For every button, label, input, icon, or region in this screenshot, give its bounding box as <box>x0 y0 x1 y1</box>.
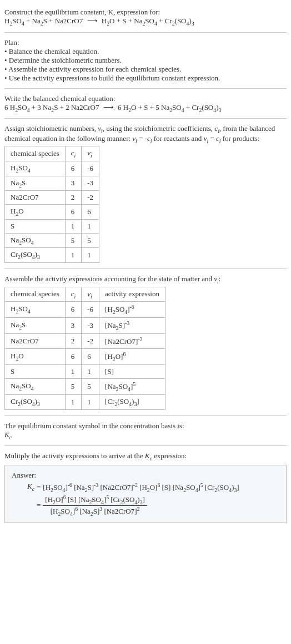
cell: 6 <box>65 205 82 220</box>
cell: -3 <box>82 176 99 191</box>
col-activity: activity expression <box>99 287 165 302</box>
cell: Na2S <box>5 318 66 334</box>
cell: 6 <box>65 161 82 176</box>
col-species: chemical species <box>5 287 66 302</box>
cell: 6 <box>65 302 82 318</box>
symbol-kc: Kc <box>4 430 287 440</box>
kc-flat-expression: [H2SO4]-6 [Na2S]-3 [Na2CrO7]-2 [H2O]6 [S… <box>43 482 239 493</box>
stoich-table: chemical species ci νi H2SO46-6 Na2S3-3 … <box>4 146 99 263</box>
cell: 3 <box>65 176 82 191</box>
kc-numerator: [H2O]6 [S] [Na2SO4]5 [Cr2(SO4)3] <box>43 494 147 506</box>
cell: [H2O]6 <box>99 349 165 365</box>
activity-section: Assemble the activity expressions accoun… <box>4 271 287 413</box>
divider <box>4 118 287 119</box>
cell: H2SO4 <box>5 302 66 318</box>
table-row: S11 <box>5 219 99 233</box>
cell: S <box>5 219 66 233</box>
multiply-text: Mulitply the activity expressions to arr… <box>4 452 287 462</box>
plan-item-text: Use the activity expressions to build th… <box>9 74 220 82</box>
cell: 5 <box>82 233 99 248</box>
cell: H2SO4 <box>5 161 66 176</box>
plan-item: • Use the activity expressions to build … <box>4 74 287 83</box>
cell: -2 <box>82 333 99 348</box>
cell: 2 <box>65 333 82 348</box>
symbol-line1: The equilibrium constant symbol in the c… <box>4 422 287 430</box>
divider <box>4 32 287 33</box>
balanced-equation: 6 H2SO4 + 3 Na2S + 2 Na2CrO7 ⟶ 6 H2O + S… <box>4 103 287 113</box>
table-row: H2SO46-6 <box>5 161 99 176</box>
table-row: Na2SO455 <box>5 233 99 248</box>
eqn-rhs: H2O + S + Na2SO4 + Cr2(SO4)3 <box>102 17 194 25</box>
cell: 1 <box>65 365 82 379</box>
cell: 1 <box>82 219 99 233</box>
cell: 1 <box>82 395 99 410</box>
cell: 3 <box>65 318 82 334</box>
plan-item: • Determine the stoichiometric numbers. <box>4 56 287 65</box>
cell: [Na2SO4]5 <box>99 379 165 395</box>
stoich-text: Assign stoichiometric numbers, νi, using… <box>4 124 287 144</box>
cell: Na2CrO7 <box>5 191 66 205</box>
cell: Na2S <box>5 176 66 191</box>
cell: -3 <box>82 318 99 334</box>
cell: 6 <box>82 205 99 220</box>
cell: 6 <box>82 349 99 365</box>
stoich-section: Assign stoichiometric numbers, νi, using… <box>4 121 287 266</box>
cell: Cr2(SO4)3 <box>5 395 66 410</box>
equals-sign: = <box>37 483 41 492</box>
intro-section: Construct the equilibrium constant, K, e… <box>4 4 287 30</box>
col-species: chemical species <box>5 146 66 161</box>
table-row: Na2S3-3[Na2S]-3 <box>5 318 165 334</box>
plan-item-text: Determine the stoichiometric numbers. <box>9 56 122 64</box>
divider <box>4 445 287 446</box>
table-row: H2O66[H2O]6 <box>5 349 165 365</box>
multiply-section: Mulitply the activity expressions to arr… <box>4 448 287 526</box>
cell: Cr2(SO4)3 <box>5 248 66 263</box>
table-header-row: chemical species ci νi activity expressi… <box>5 287 165 302</box>
intro-equation: H2SO4 + Na2S + Na2CrO7 ⟶ H2O + S + Na2SO… <box>4 17 287 27</box>
plan-heading: Plan: <box>4 38 287 47</box>
cell: 5 <box>65 233 82 248</box>
plan-item: • Assemble the activity expression for e… <box>4 65 287 74</box>
cell: 1 <box>65 248 82 263</box>
plan-section: Plan: • Balance the chemical equation. •… <box>4 35 287 86</box>
col-ci: ci <box>65 287 82 302</box>
symbol-section: The equilibrium constant symbol in the c… <box>4 418 287 444</box>
balanced-heading: Write the balanced chemical equation: <box>4 94 287 103</box>
cell: 1 <box>82 248 99 263</box>
balanced-rhs: 6 H2O + S + 5 Na2SO4 + Cr2(SO4)3 <box>118 103 221 111</box>
intro-line: Construct the equilibrium constant, K, e… <box>4 8 287 17</box>
cell: 1 <box>65 219 82 233</box>
cell: -6 <box>82 302 99 318</box>
table-row: Cr2(SO4)311 <box>5 248 99 263</box>
equals-sign: = <box>37 501 41 510</box>
table-header-row: chemical species ci νi <box>5 146 99 161</box>
cell: [Na2CrO7]-2 <box>99 333 165 348</box>
activity-text: Assemble the activity expressions accoun… <box>4 275 287 285</box>
balanced-lhs: 6 H2SO4 + 3 Na2S + 2 Na2CrO7 <box>4 103 99 111</box>
arrow-icon: ⟶ <box>101 103 116 111</box>
cell: Na2SO4 <box>5 379 66 395</box>
cell: H2O <box>5 349 66 365</box>
cell: Na2SO4 <box>5 233 66 248</box>
plan-item-text: Balance the chemical equation. <box>9 47 99 55</box>
cell: [S] <box>99 365 165 379</box>
col-vi: νi <box>82 287 99 302</box>
table-row: H2SO46-6[H2SO4]-6 <box>5 302 165 318</box>
answer-box: Answer: Kc = [H2SO4]-6 [Na2S]-3 [Na2CrO7… <box>4 465 287 523</box>
cell: Na2CrO7 <box>5 333 66 348</box>
cell: 1 <box>65 395 82 410</box>
table-row: Na2CrO72-2 <box>5 191 99 205</box>
col-vi: νi <box>82 146 99 161</box>
cell: 5 <box>82 379 99 395</box>
balanced-section: Write the balanced chemical equation: 6 … <box>4 91 287 116</box>
cell: -2 <box>82 191 99 205</box>
answer-label: Answer: <box>12 471 279 480</box>
table-row: Na2SO455[Na2SO4]5 <box>5 379 165 395</box>
activity-table: chemical species ci νi activity expressi… <box>4 287 165 410</box>
kc-symbol: Kc <box>27 482 34 492</box>
table-row: S11[S] <box>5 365 165 379</box>
eqn-lhs: H2SO4 + Na2S + Na2CrO7 <box>4 17 83 25</box>
cell: H2O <box>5 205 66 220</box>
divider <box>4 88 287 89</box>
answer-body: Kc = [H2SO4]-6 [Na2S]-3 [Na2CrO7]-2 [H2O… <box>12 482 279 517</box>
